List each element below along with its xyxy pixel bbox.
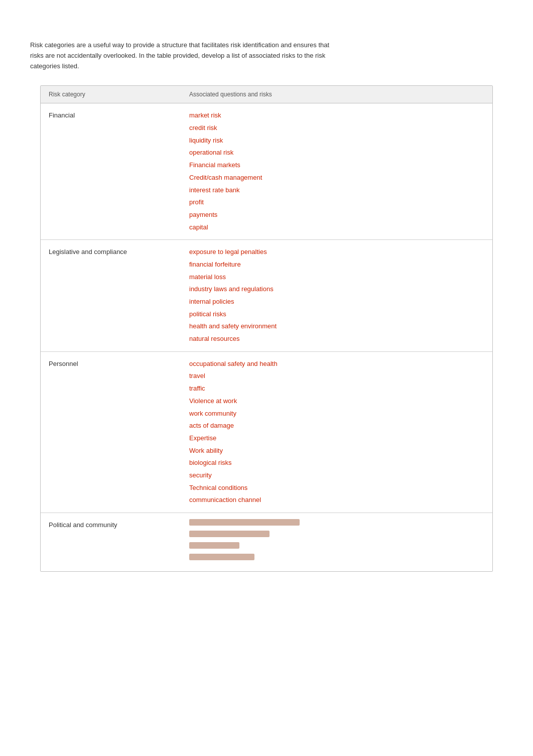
risk-item: liquidity risk [189,135,484,147]
risk-item: credit risk [189,122,484,135]
risk-item: political risks [189,308,484,321]
risk-item: occupational safety and health [189,358,484,370]
table-header-row: Risk category Associated questions and r… [41,86,492,103]
risk-table: Risk category Associated questions and r… [41,86,492,571]
blurred-risk-item [189,531,270,537]
risk-item: communicaction channel [189,494,484,507]
risk-item: industry laws and regulations [189,283,484,296]
col-header-risks: Associated questions and risks [181,86,492,103]
risks-cell-3 [181,513,492,572]
blurred-risk-item [189,542,239,549]
risk-item: financial forfeiture [189,259,484,271]
risk-item: travel [189,370,484,383]
risk-item: internal policies [189,296,484,308]
risk-item: work community [189,408,484,420]
risks-cell-1: exposure to legal penaltiesfinancial for… [181,240,492,352]
risk-item: exposure to legal penalties [189,246,484,259]
risk-item: Violence at work [189,395,484,408]
risk-item: interest rate bank [189,184,484,197]
table-row: Personneloccupational safety and healtht… [41,351,492,513]
risk-item: Work ability [189,445,484,457]
table-row: Financialmarket riskcredit riskliquidity… [41,103,492,240]
risk-item: natural resources [189,333,484,345]
risk-item: health and safety environment [189,320,484,333]
risks-cell-2: occupational safety and healthtraveltraf… [181,351,492,513]
category-cell-0: Financial [41,103,181,240]
category-cell-1: Legislative and compliance [41,240,181,352]
table-row: Political and community [41,513,492,572]
risk-item: payments [189,209,484,221]
risk-item: Financial markets [189,159,484,172]
risk-item: Technical conditions [189,482,484,494]
col-header-category: Risk category [41,86,181,103]
risk-item: capital [189,221,484,234]
risk-item: profit [189,196,484,209]
risk-item: security [189,469,484,482]
risk-item: biological risks [189,457,484,469]
blurred-risk-item [189,519,300,526]
table-row: Legislative and complianceexposure to le… [41,240,492,352]
risk-item: traffic [189,383,484,395]
risk-item: acts of damage [189,420,484,432]
category-cell-2: Personnel [41,351,181,513]
risk-item: material loss [189,271,484,284]
category-cell-3: Political and community [41,513,181,572]
risk-item: Expertise [189,432,484,445]
risks-cell-0: market riskcredit riskliquidity riskoper… [181,103,492,240]
risk-table-wrapper: Risk category Associated questions and r… [40,85,493,572]
risk-item: operational risk [189,147,484,159]
intro-paragraph: Risk categories are a useful way to prov… [30,40,341,71]
risk-item: market risk [189,109,484,122]
blurred-risk-item [189,554,254,560]
risk-item: Credit/cash management [189,172,484,184]
